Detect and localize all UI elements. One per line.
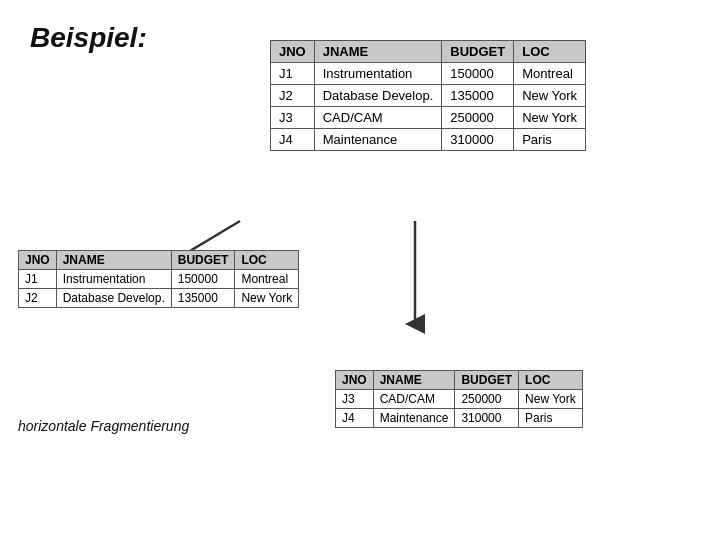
frag-left-header-loc: LOC	[235, 251, 299, 270]
frag-left-header-jname: JNAME	[56, 251, 171, 270]
frag-right-header-budget: BUDGET	[455, 371, 519, 390]
frag-left-header-budget: BUDGET	[171, 251, 235, 270]
frag-right-table: JNO JNAME BUDGET LOC J3CAD/CAM250000New …	[335, 370, 583, 428]
frag-right-header-jname: JNAME	[373, 371, 455, 390]
table-row: J2Database Develop.135000New York	[19, 289, 299, 308]
table-row: J4Maintenance310000Paris	[271, 129, 586, 151]
frag-right-header-jno: JNO	[336, 371, 374, 390]
table-row: J3CAD/CAM250000New York	[271, 107, 586, 129]
main-table-header-jno: JNO	[271, 41, 315, 63]
main-table-header-budget: BUDGET	[442, 41, 514, 63]
frag-left-table: JNO JNAME BUDGET LOC J1Instrumentation15…	[18, 250, 299, 308]
table-row: J1Instrumentation150000Montreal	[271, 63, 586, 85]
table-row: J4Maintenance310000Paris	[336, 409, 583, 428]
main-table-header-jname: JNAME	[314, 41, 442, 63]
main-table: JNO JNAME BUDGET LOC J1Instrumentation15…	[270, 40, 586, 151]
main-table-header-loc: LOC	[514, 41, 586, 63]
frag-right-header-loc: LOC	[519, 371, 583, 390]
arrow-down-icon	[400, 216, 430, 336]
frag-left-header-jno: JNO	[19, 251, 57, 270]
horizontal-fragmentation-label: horizontale Fragmentierung	[18, 418, 189, 434]
page-title: Beispiel:	[30, 22, 147, 54]
table-row: J2Database Develop.135000New York	[271, 85, 586, 107]
table-row: J1Instrumentation150000Montreal	[19, 270, 299, 289]
table-row: J3CAD/CAM250000New York	[336, 390, 583, 409]
